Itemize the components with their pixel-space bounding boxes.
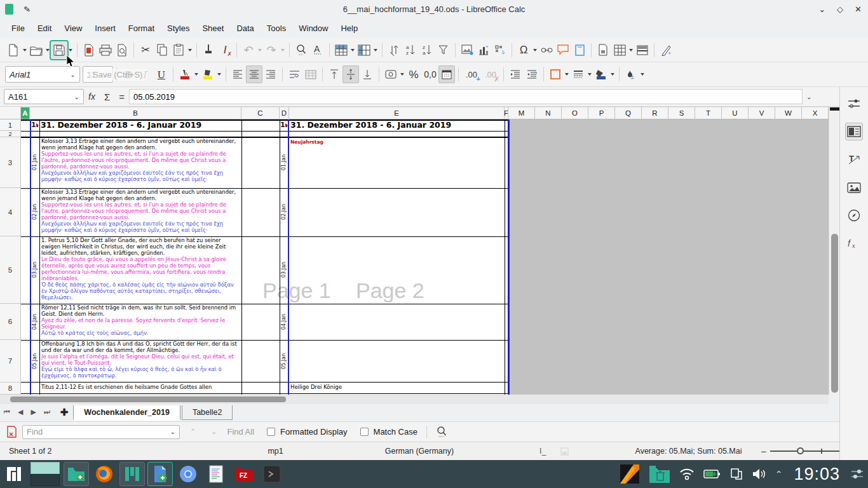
redo-dropdown[interactable]	[280, 41, 286, 59]
undo-icon[interactable]: ↶	[240, 41, 257, 59]
find-and-replace-icon[interactable]	[436, 426, 447, 438]
show-draw-functions-icon[interactable]: +	[658, 41, 674, 59]
sort-icon[interactable]	[386, 41, 402, 59]
minimize-button[interactable]: ⌄	[818, 4, 825, 14]
menu-view[interactable]: View	[58, 21, 88, 36]
format-percent-button[interactable]: %	[405, 65, 422, 83]
day-label-cell[interactable]: 02.Jan	[280, 188, 288, 236]
holiday-cell[interactable]: Heilige Drei Könige	[290, 384, 342, 390]
devotion-text-cell[interactable]: Römer 12,11 Seid nicht träge in dem, was…	[39, 304, 241, 340]
chromium-button[interactable]	[175, 462, 201, 486]
menu-edit[interactable]: Edit	[31, 21, 58, 36]
day-label-cell[interactable]: 05.Jan	[280, 340, 288, 383]
export-pdf-icon[interactable]	[81, 41, 97, 59]
menu-insert[interactable]: Insert	[88, 21, 122, 36]
increase-indent-button[interactable]	[507, 65, 524, 83]
day-label-cell[interactable]: 02.Jan	[30, 188, 39, 236]
delete-decimal-place-button[interactable]: .00✗	[481, 65, 500, 83]
split-window-icon[interactable]	[634, 41, 651, 59]
freeze-rows-columns-icon[interactable]	[611, 41, 628, 59]
conditional-formatting-button[interactable]: ≠	[623, 65, 639, 83]
menu-file[interactable]: File	[5, 21, 31, 36]
table-row-title[interactable]: 1. 31. Dezember 2018 - 6. Januar 2019 1.…	[21, 119, 510, 131]
manjaro-settings-button[interactable]	[119, 462, 145, 486]
sort-descending-icon[interactable]: za	[419, 41, 435, 59]
menu-window[interactable]: Window	[292, 21, 334, 36]
column-header-B[interactable]: B	[30, 107, 241, 119]
border-style-button[interactable]	[570, 65, 587, 83]
row-header-6[interactable]: 6	[0, 304, 21, 340]
next-sheet-icon[interactable]: ▶	[27, 405, 39, 419]
horizontal-scrollbar[interactable]	[0, 395, 829, 404]
decrease-indent-button[interactable]	[524, 65, 540, 83]
special-character-icon[interactable]: Ω	[515, 41, 532, 59]
sidebar-gallery-icon[interactable]	[845, 179, 863, 196]
table-row[interactable]: 05.Jan Offenbarung 1,8 Ich bin das A und…	[21, 340, 510, 383]
row-header-2[interactable]: 2	[0, 131, 21, 137]
column-header-D[interactable]: D	[280, 107, 289, 119]
clock[interactable]: 19:03	[794, 464, 840, 484]
maximize-button[interactable]: ◇	[837, 4, 843, 14]
insert-column-dropdown[interactable]	[372, 41, 379, 59]
split-handle[interactable]	[830, 107, 839, 111]
column-header-U[interactable]: U	[722, 107, 749, 119]
new-document-dropdown[interactable]	[22, 41, 28, 59]
libreoffice-button[interactable]	[147, 462, 173, 486]
align-center-button[interactable]	[246, 65, 262, 83]
select-all-corner[interactable]	[0, 107, 21, 119]
conditional-formatting-dropdown[interactable]	[639, 65, 646, 83]
column-header-N[interactable]: N	[535, 107, 562, 119]
expand-formula-bar-icon[interactable]: ⌄	[806, 93, 811, 100]
devotion-text-cell[interactable]: 1. Petrus 5,10 Der Gott aller Gnade, der…	[39, 236, 241, 304]
insert-comment-icon[interactable]	[555, 41, 571, 59]
insert-image-icon[interactable]	[459, 41, 475, 59]
sidebar-navigator-icon[interactable]	[845, 207, 863, 224]
add-decimal-place-button[interactable]: .00+	[462, 65, 481, 83]
column-header-Q[interactable]: Q	[615, 107, 642, 119]
file-manager-button[interactable]	[64, 462, 89, 486]
center-vertically-button[interactable]	[342, 65, 359, 83]
sort-ascending-icon[interactable]: az	[402, 41, 419, 59]
formatted-display-label[interactable]: Formatted Display	[280, 427, 347, 437]
background-color-button[interactable]	[593, 65, 609, 83]
first-sheet-icon[interactable]: ⏮	[0, 405, 14, 419]
clipboard-icon[interactable]	[730, 468, 743, 480]
tray-expand-icon[interactable]: ⌃	[775, 469, 783, 479]
column-header-P[interactable]: P	[588, 107, 615, 119]
column-header-A[interactable]: A	[21, 107, 30, 119]
new-document-icon[interactable]	[5, 41, 22, 59]
devotion-text-cell[interactable]: Offenbarung 1,8 Ich bin das A und das O,…	[39, 340, 241, 383]
freeze-dropdown[interactable]	[628, 41, 634, 59]
format-currency-dropdown[interactable]	[399, 65, 405, 83]
zoom-slider-knob[interactable]	[797, 447, 804, 454]
insert-mode-icon[interactable]: I_	[539, 447, 546, 456]
text-editor-button[interactable]	[203, 462, 229, 486]
column-header-T[interactable]: T	[695, 107, 722, 119]
horizontal-scrollbar-thumb[interactable]	[10, 396, 286, 402]
special-character-dropdown[interactable]	[532, 41, 538, 59]
find-input[interactable]: Find⌄	[22, 425, 180, 439]
formula-input[interactable]: 05.05.2019	[129, 89, 803, 104]
align-top-button[interactable]	[326, 65, 342, 83]
cut-icon[interactable]: ✂	[137, 41, 154, 59]
insert-pivot-table-icon[interactable]	[492, 41, 508, 59]
paste-dropdown[interactable]	[187, 41, 193, 59]
vertical-scrollbar-thumb[interactable]	[831, 234, 838, 393]
align-bottom-button[interactable]	[359, 65, 376, 83]
copy-icon[interactable]	[154, 41, 170, 59]
sidebar-settings-icon[interactable]	[845, 95, 863, 112]
day-label-cell[interactable]: 05.Jan	[30, 340, 39, 383]
match-case-label[interactable]: Match Case	[374, 427, 417, 437]
print-icon[interactable]	[97, 41, 114, 59]
insert-hyperlink-icon[interactable]	[538, 41, 555, 59]
manjaro-menu-button[interactable]	[1, 462, 27, 486]
function-wizard-icon[interactable]: fx	[88, 92, 95, 102]
row-header-7[interactable]: 7	[0, 340, 21, 383]
underline-button[interactable]: U	[153, 65, 170, 83]
firefox-button[interactable]	[92, 462, 117, 486]
add-sheet-icon[interactable]: ✚	[54, 405, 74, 418]
devotion-text-cell[interactable]: Kolosser 3,13 Ertrage einer den andern u…	[39, 188, 241, 236]
row-header-5[interactable]: 5	[0, 236, 21, 304]
workspace-1[interactable]	[31, 462, 60, 474]
spelling-icon[interactable]: A	[309, 41, 326, 59]
